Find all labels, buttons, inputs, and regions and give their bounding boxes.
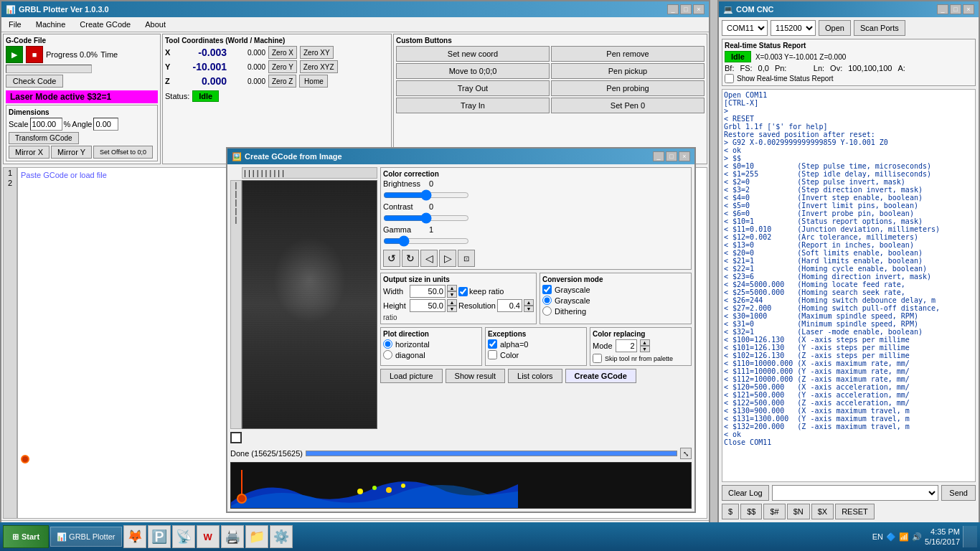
scan-lines	[242, 181, 377, 428]
menu-file[interactable]: File	[4, 19, 26, 30]
list-colors-btn[interactable]: List colors	[508, 369, 562, 383]
diagonal-radio[interactable]	[383, 350, 392, 359]
show-realtime-checkbox[interactable]	[725, 74, 734, 83]
height-down-btn[interactable]: ▼	[447, 306, 457, 312]
dialog-maximize-btn[interactable]: □	[666, 151, 677, 161]
width-input[interactable]	[410, 285, 446, 298]
dialog-minimize-btn[interactable]: _	[653, 151, 664, 161]
grbl-close-btn[interactable]: ×	[693, 4, 705, 14]
rot-cw-btn[interactable]: ↻	[402, 250, 419, 267]
log-area[interactable]: Open COM11 [CTRL-X] > < RESET Grbl 1.1f …	[722, 89, 976, 482]
custom-btn-7[interactable]: Set Pen 0	[551, 98, 705, 113]
taskbar-icon-6[interactable]: ⚙️	[270, 525, 293, 548]
check-code-button[interactable]: Check Code	[6, 75, 63, 88]
show-result-btn[interactable]: Show result	[446, 369, 505, 383]
play-button[interactable]: ▶	[6, 46, 23, 63]
com-port-select[interactable]: COM11	[722, 20, 768, 36]
grayscale-radio[interactable]	[542, 296, 552, 305]
rot-ccw-btn[interactable]: ↺	[383, 250, 400, 267]
resolution-input[interactable]	[497, 299, 522, 312]
menu-about[interactable]: About	[141, 19, 170, 30]
custom-btn-3[interactable]: Pen pickup	[551, 63, 705, 79]
com-scan-ports-btn[interactable]: Scan Ports	[854, 20, 905, 36]
z-machine-value: 0.000	[230, 77, 265, 85]
dialog-resize-btn[interactable]: ⤡	[680, 448, 692, 459]
custom-btn-1[interactable]: Pen remove	[551, 46, 705, 62]
height-input[interactable]	[410, 299, 446, 312]
height-up-btn[interactable]: ▲	[447, 299, 457, 306]
res-down-btn[interactable]: ▼	[524, 306, 534, 312]
zero-xy-btn[interactable]: Zero XY	[300, 46, 334, 59]
corner-control[interactable]	[230, 432, 242, 443]
com-close-btn[interactable]: ×	[963, 4, 974, 14]
com-maximize-btn[interactable]: □	[950, 4, 961, 14]
taskbar-icon-5[interactable]: 📁	[245, 525, 268, 548]
mode-input[interactable]	[616, 339, 637, 352]
zero-y-btn[interactable]: Zero Y	[268, 60, 297, 73]
zero-z-btn[interactable]: Zero Z	[268, 75, 296, 88]
mode-down-btn[interactable]: ▼	[640, 346, 650, 352]
transform-gcode-btn[interactable]: Transform GCode	[9, 132, 79, 144]
cmd-x-btn[interactable]: $X	[811, 504, 834, 519]
taskbar-icon-3[interactable]: W	[197, 525, 220, 548]
contrast-slider[interactable]	[383, 212, 469, 224]
width-down-btn[interactable]: ▼	[447, 291, 457, 298]
cmd-hash-btn[interactable]: $#	[763, 504, 785, 519]
send-btn[interactable]: Send	[941, 485, 976, 501]
taskbar-grbl-task[interactable]: 📊 GRBL Plotter	[50, 527, 121, 547]
dialog-close-btn[interactable]: ×	[679, 151, 690, 161]
fit-btn[interactable]: ⊡	[458, 250, 475, 267]
set-offset-btn[interactable]: Set Offset to 0;0	[93, 146, 153, 159]
load-picture-btn[interactable]: Load picture	[380, 369, 443, 383]
dithering-radio[interactable]	[542, 306, 552, 316]
stop-button[interactable]: ■	[26, 46, 43, 63]
show-desktop-btn[interactable]	[963, 526, 977, 547]
brightness-row: Brightness 0	[383, 179, 689, 188]
skip-tool-checkbox[interactable]	[593, 354, 602, 363]
gamma-slider[interactable]	[383, 235, 469, 247]
grbl-maximize-btn[interactable]: □	[680, 4, 692, 14]
com-minimize-btn[interactable]: _	[937, 4, 948, 14]
keep-ratio-checkbox[interactable]	[458, 287, 468, 296]
taskbar-icon-1[interactable]: 🅿️	[148, 525, 171, 548]
cmd-double-dollar-btn[interactable]: $$	[740, 504, 762, 519]
zero-xyz-btn[interactable]: Zero XYZ	[300, 60, 338, 73]
create-gcode-btn[interactable]: Create GCode	[565, 369, 636, 383]
taskbar-icon-4[interactable]: 🖨️	[221, 525, 244, 548]
brightness-slider[interactable]	[383, 189, 469, 201]
menu-create-gcode[interactable]: Create GCode	[75, 19, 135, 30]
mirror-x-btn[interactable]: Mirror X	[9, 146, 50, 159]
mode-up-btn[interactable]: ▲	[640, 339, 650, 346]
com-icon: 💻	[723, 5, 733, 14]
home-btn[interactable]: Home	[299, 75, 328, 88]
cmd-n-btn[interactable]: $N	[787, 504, 810, 519]
res-up-btn[interactable]: ▲	[524, 299, 534, 306]
flip-v-btn[interactable]: ▷	[439, 250, 456, 267]
mirror-y-btn[interactable]: Mirror Y	[51, 146, 92, 159]
scale-input[interactable]	[30, 118, 62, 131]
com-open-btn[interactable]: Open	[819, 20, 851, 36]
menu-machine[interactable]: Machine	[32, 19, 70, 30]
log-filter-select[interactable]	[772, 485, 939, 501]
taskbar-icon-0[interactable]: 🦊	[123, 525, 146, 548]
width-up-btn[interactable]: ▲	[447, 285, 457, 291]
flip-h-btn[interactable]: ◁	[420, 250, 438, 267]
cmd-dollar-btn[interactable]: $	[722, 504, 739, 519]
custom-btn-4[interactable]: Tray Out	[396, 80, 550, 96]
zero-x-btn[interactable]: Zero X	[268, 46, 297, 59]
horizontal-radio[interactable]	[383, 339, 392, 349]
grbl-minimize-btn[interactable]: _	[667, 4, 679, 14]
start-button[interactable]: ⊞ Start	[3, 525, 49, 548]
alpha0-checkbox[interactable]	[488, 339, 497, 349]
angle-input[interactable]	[93, 118, 118, 131]
grayscale-checkbox[interactable]	[542, 285, 552, 294]
custom-btn-6[interactable]: Tray In	[396, 98, 550, 113]
custom-btn-5[interactable]: Pen probing	[551, 80, 705, 96]
clear-log-btn[interactable]: Clear Log	[722, 485, 769, 501]
custom-btn-0[interactable]: Set new coord	[396, 46, 550, 62]
custom-btn-2[interactable]: Move to 0;0;0	[396, 63, 550, 79]
cmd-reset-btn[interactable]: RESET	[835, 504, 875, 519]
com-baud-select[interactable]: 115200	[771, 20, 816, 36]
color-checkbox[interactable]	[488, 350, 497, 359]
taskbar-icon-2[interactable]: 📡	[172, 525, 195, 548]
